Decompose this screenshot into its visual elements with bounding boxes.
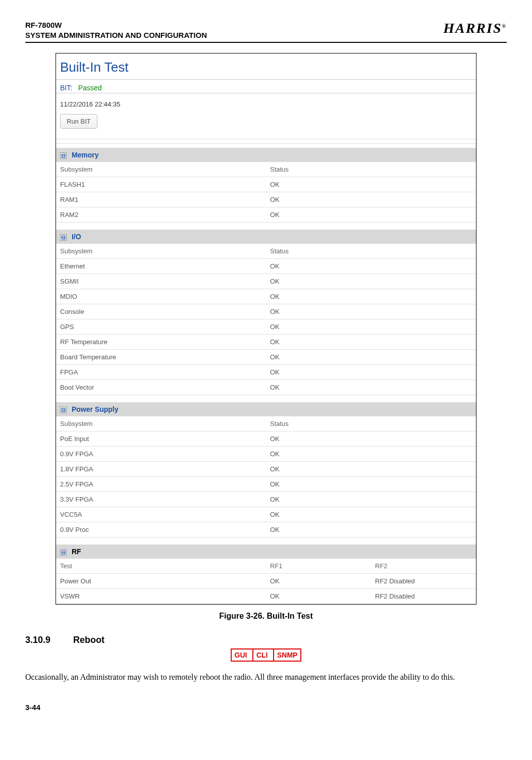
power-table: Subsystem Status PoE InputOK 0.9V FPGAOK… [56,416,476,537]
brand-logo: HARRIS® [443,20,507,36]
cell-status: OK [266,507,476,522]
memory-title: Memory [72,151,99,159]
collapse-icon[interactable]: ⊟ [60,234,67,241]
table-row: Power Out OK RF2 Disabled [56,574,476,589]
table-row: VCC5AOK [56,507,476,522]
col-status: Status [266,244,476,259]
cell-name: GPS [56,319,266,335]
collapse-icon[interactable]: ⊟ [60,549,67,556]
table-row: FPGAOK [56,365,476,380]
cell-name: RAM1 [56,192,266,207]
cell-name: FLASH1 [56,177,266,192]
figure-caption: Figure 3-26. Built-In Test [25,612,507,621]
bit-title: Built-In Test [56,58,476,79]
table-row: GPSOK [56,319,476,335]
badge-gui: GUI [232,649,250,661]
table-row: 1.8V FPGAOK [56,462,476,477]
run-bit-button[interactable]: Run BIT [60,114,97,129]
page-number: 3-44 [25,703,507,712]
table-row: MDIOOK [56,289,476,304]
cell-name: VSWR [56,589,266,604]
col-subsystem: Subsystem [56,162,266,177]
bit-status-value: Passed [78,84,102,92]
cell-status: OK [266,350,476,365]
cell-status: OK [266,380,476,395]
table-row: 2.5V FPGAOK [56,477,476,492]
cell-name: PoE Input [56,431,266,447]
section-title: Reboot [73,635,104,645]
col-rf2: RF2 [371,559,476,574]
io-section-header[interactable]: ⊟ I/O [56,230,476,244]
bit-screenshot: Built-In Test BIT: Passed 11/22/2016 22:… [56,53,476,605]
cell-name: Board Temperature [56,350,266,365]
cell-status: OK [266,304,476,319]
memory-section-header[interactable]: ⊟ Memory [56,148,476,162]
cell-name: 2.5V FPGA [56,477,266,492]
cell-status: OK [266,431,476,447]
interface-badges: GUI CLI SNMP [25,648,507,662]
cell-name: VCC5A [56,507,266,522]
table-row: RAM1OK [56,192,476,207]
cell-status: OK [266,259,476,274]
cell-status: OK [266,462,476,477]
doc-id-block: RF-7800W SYSTEM ADMINISTRATION AND CONFI… [25,20,207,40]
bit-status-line: BIT: Passed [56,83,476,93]
cell-name: 1.8V FPGA [56,462,266,477]
doc-section-title: SYSTEM ADMINISTRATION AND CONFIGURATION [25,30,207,40]
cell-name: SGMII [56,274,266,289]
reboot-paragraph: Occasionally, an Administrator may wish … [25,672,507,683]
collapse-icon[interactable]: ⊟ [60,407,67,413]
table-row: EthernetOK [56,259,476,274]
cell-name: 0.9V FPGA [56,447,266,462]
cell-status: OK [266,335,476,350]
cell-name: Ethernet [56,259,266,274]
collapse-icon[interactable]: ⊟ [60,152,67,159]
badge-snmp: SNMP [273,649,300,661]
table-row: RAM2OK [56,207,476,223]
col-status: Status [266,162,476,177]
cell-status: OK [266,289,476,304]
table-row: 0.9V ProcOK [56,522,476,537]
cell-status: OK [266,447,476,462]
cell-name: RF Temperature [56,335,266,350]
table-row: ConsoleOK [56,304,476,319]
cell-rf1: OK [266,589,371,604]
col-subsystem: Subsystem [56,416,266,431]
cell-status: OK [266,207,476,223]
cell-status: OK [266,365,476,380]
table-row: FLASH1OK [56,177,476,192]
cell-name: Console [56,304,266,319]
registered-mark: ® [502,23,507,29]
bit-timestamp: 11/22/2016 22:44:35 [56,96,476,112]
cell-rf1: OK [266,574,371,589]
cell-name: Boot Vector [56,380,266,395]
table-row: 3.3V FPGAOK [56,492,476,507]
cell-name: 3.3V FPGA [56,492,266,507]
cell-name: Power Out [56,574,266,589]
section-number: 3.10.9 [25,635,71,645]
rf-table: Test RF1 RF2 Power Out OK RF2 Disabled V… [56,559,476,604]
page-header: RF-7800W SYSTEM ADMINISTRATION AND CONFI… [25,20,507,43]
table-header-row: Test RF1 RF2 [56,559,476,574]
table-header-row: Subsystem Status [56,162,476,177]
cell-rf2: RF2 Disabled [371,574,476,589]
memory-table: Subsystem Status FLASH1OK RAM1OK RAM2OK [56,162,476,223]
table-row: RF TemperatureOK [56,335,476,350]
col-status: Status [266,416,476,431]
cell-status: OK [266,192,476,207]
bit-label: BIT: [60,84,72,92]
cell-name: RAM2 [56,207,266,223]
cell-name: FPGA [56,365,266,380]
cell-status: OK [266,177,476,192]
doc-product: RF-7800W [25,20,207,30]
cell-status: OK [266,319,476,335]
cell-status: OK [266,274,476,289]
io-title: I/O [72,233,81,241]
table-row: Boot VectorOK [56,380,476,395]
power-section-header[interactable]: ⊟ Power Supply [56,402,476,416]
col-test: Test [56,559,266,574]
rf-section-header[interactable]: ⊟ RF [56,545,476,559]
cell-status: OK [266,522,476,537]
table-row: SGMIIOK [56,274,476,289]
col-rf1: RF1 [266,559,371,574]
